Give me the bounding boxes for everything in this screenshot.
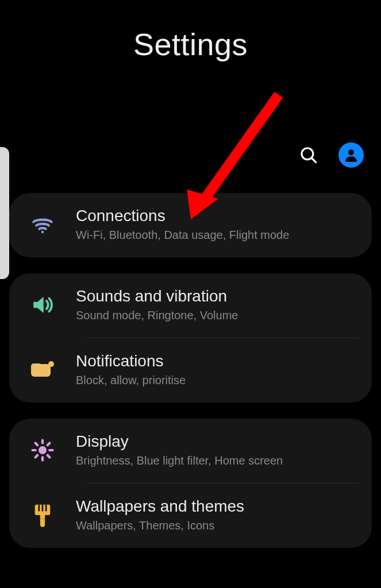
svg-point-6 — [39, 446, 47, 454]
item-title: Display — [76, 432, 356, 451]
wifi-icon — [25, 211, 60, 238]
settings-group-connections: Connections Wi-Fi, Bluetooth, Data usage… — [9, 193, 372, 257]
header-actions — [296, 142, 364, 168]
svg-line-14 — [48, 443, 50, 446]
account-button[interactable] — [338, 142, 364, 168]
settings-item-connections[interactable]: Connections Wi-Fi, Bluetooth, Data usage… — [9, 193, 372, 257]
search-button[interactable] — [296, 142, 321, 168]
svg-line-12 — [48, 455, 50, 458]
svg-point-2 — [348, 149, 354, 155]
item-title: Wallpapers and themes — [76, 497, 356, 516]
item-subtitle: Wallpapers, Themes, Icons — [76, 518, 356, 533]
item-subtitle: Brightness, Blue light filter, Home scre… — [76, 453, 356, 468]
svg-point-5 — [48, 361, 54, 367]
edge-panel-handle[interactable] — [0, 147, 9, 279]
settings-item-notifications[interactable]: Notifications Block, allow, prioritise — [9, 338, 372, 403]
search-icon — [299, 145, 318, 165]
person-icon — [343, 147, 359, 163]
settings-list: Connections Wi-Fi, Bluetooth, Data usage… — [9, 193, 372, 548]
svg-line-20 — [200, 95, 279, 206]
brightness-icon — [25, 436, 60, 464]
item-subtitle: Sound mode, Ringtone, Volume — [76, 308, 356, 323]
item-title: Sounds and vibration — [76, 287, 356, 305]
svg-line-11 — [36, 443, 38, 446]
settings-group-display-wallpaper: Display Brightness, Blue light filter, H… — [9, 419, 372, 548]
settings-group-sound-notif: Sounds and vibration Sound mode, Rington… — [9, 273, 372, 403]
settings-item-display[interactable]: Display Brightness, Blue light filter, H… — [9, 419, 372, 483]
page-title: Settings — [0, 26, 381, 62]
settings-item-sounds[interactable]: Sounds and vibration Sound mode, Rington… — [9, 273, 372, 338]
paint-brush-icon — [25, 501, 60, 529]
svg-line-13 — [36, 455, 38, 458]
item-title: Notifications — [76, 352, 356, 370]
svg-line-1 — [311, 158, 316, 163]
item-title: Connections — [76, 207, 356, 225]
item-subtitle: Block, allow, prioritise — [76, 373, 356, 388]
notifications-folder-icon — [25, 356, 60, 384]
settings-item-wallpapers[interactable]: Wallpapers and themes Wallpapers, Themes… — [9, 483, 372, 548]
svg-point-3 — [41, 231, 44, 234]
speaker-icon — [25, 291, 60, 319]
svg-rect-16 — [40, 515, 45, 519]
item-subtitle: Wi-Fi, Bluetooth, Data usage, Flight mod… — [76, 227, 356, 242]
